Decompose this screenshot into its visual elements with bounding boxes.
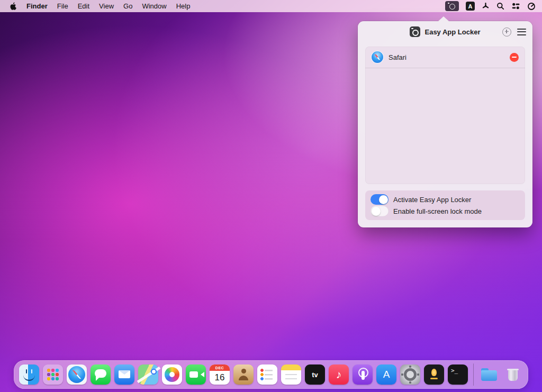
mail-dock-icon[interactable] xyxy=(114,364,134,385)
safari-dock-icon[interactable] xyxy=(67,364,87,385)
calendar-day-label: 16 xyxy=(210,371,230,385)
menu-edit[interactable]: Edit xyxy=(73,2,94,10)
podcasts-dock-icon[interactable] xyxy=(353,364,373,385)
dock-separator xyxy=(473,363,474,386)
fan-menu-extra[interactable] xyxy=(482,2,490,10)
finder-dock-icon[interactable] xyxy=(19,364,39,385)
menu-bar-status-area: A xyxy=(445,1,536,11)
tv-label: tv xyxy=(312,371,318,379)
safari-icon xyxy=(372,51,383,63)
launchpad-dock-icon[interactable] xyxy=(43,364,63,385)
control-center-menu-extra[interactable] xyxy=(511,2,520,10)
menu-file[interactable]: File xyxy=(52,2,73,10)
popover-header: Easy App Locker xyxy=(358,21,532,42)
hamburger-menu-button[interactable] xyxy=(517,29,526,35)
control-center-icon xyxy=(511,2,520,10)
menu-help[interactable]: Help xyxy=(171,2,195,10)
fullscreen-lock-toggle[interactable] xyxy=(371,206,389,216)
dock: DEC 16 tv A >_ xyxy=(14,360,528,389)
gauge-icon xyxy=(527,2,536,11)
activate-toggle-label: Activate Easy App Locker xyxy=(393,196,471,204)
terminal-dock-icon[interactable]: >_ xyxy=(448,364,468,385)
input-source-icon[interactable]: A xyxy=(466,2,475,11)
app-store-dock-icon[interactable]: A xyxy=(376,364,396,385)
add-app-button[interactable] xyxy=(502,28,511,37)
trash-dock-icon[interactable] xyxy=(503,364,523,385)
locked-apps-list: Safari xyxy=(365,47,525,184)
activate-toggle[interactable] xyxy=(371,194,389,205)
photos-dock-icon[interactable] xyxy=(162,364,182,385)
easy-app-locker-menu-icon[interactable] xyxy=(445,1,459,11)
popover-title-group: Easy App Locker xyxy=(410,26,480,37)
fullscreen-lock-toggle-label: Enable full-screen lock mode xyxy=(393,207,482,215)
messages-dock-icon[interactable] xyxy=(91,364,111,385)
settings-panel: Activate Easy App Locker Enable full-scr… xyxy=(365,190,525,220)
search-menu-extra[interactable] xyxy=(496,2,504,10)
remove-app-button[interactable] xyxy=(510,53,519,62)
menu-bar: Finder File Edit View Go Window Help A xyxy=(0,0,542,12)
facetime-dock-icon[interactable] xyxy=(186,364,206,385)
desktop: Finder File Edit View Go Window Help A xyxy=(0,0,542,392)
maps-dock-icon[interactable] xyxy=(138,364,158,385)
fan-icon xyxy=(482,2,490,10)
contacts-dock-icon[interactable] xyxy=(233,364,254,385)
folder-dock-icon[interactable] xyxy=(479,364,499,385)
activate-toggle-row: Activate Easy App Locker xyxy=(371,194,520,205)
fullscreen-lock-toggle-row: Enable full-screen lock mode xyxy=(371,206,520,216)
apple-logo-icon xyxy=(10,2,16,10)
popover-header-controls xyxy=(502,21,526,42)
menu-window[interactable]: Window xyxy=(137,2,171,10)
easy-app-locker-app-icon xyxy=(410,26,420,37)
reminders-dock-icon[interactable] xyxy=(257,364,277,385)
menu-view[interactable]: View xyxy=(94,2,119,10)
popover-title: Easy App Locker xyxy=(424,28,480,36)
apple-menu[interactable] xyxy=(6,2,20,10)
locked-app-row[interactable]: Safari xyxy=(365,47,525,68)
terminal-prompt-label: >_ xyxy=(451,367,458,374)
locked-app-name: Safari xyxy=(389,53,406,61)
lamp-app-dock-icon[interactable] xyxy=(424,364,444,385)
search-icon xyxy=(496,2,504,10)
calendar-dock-icon[interactable]: DEC 16 xyxy=(210,364,230,385)
gauge-menu-extra[interactable] xyxy=(527,2,536,11)
tv-dock-icon[interactable]: tv xyxy=(305,364,325,385)
app-store-label: A xyxy=(383,369,390,380)
notes-dock-icon[interactable] xyxy=(281,364,301,385)
easy-app-locker-popover: Easy App Locker Safari Activate Easy App… xyxy=(358,21,532,227)
menu-go[interactable]: Go xyxy=(119,2,137,10)
menu-finder[interactable]: Finder xyxy=(22,2,52,10)
input-source-label: A xyxy=(468,3,473,10)
system-preferences-dock-icon[interactable] xyxy=(400,364,420,385)
music-dock-icon[interactable] xyxy=(329,364,349,385)
calendar-month-label: DEC xyxy=(210,364,230,371)
